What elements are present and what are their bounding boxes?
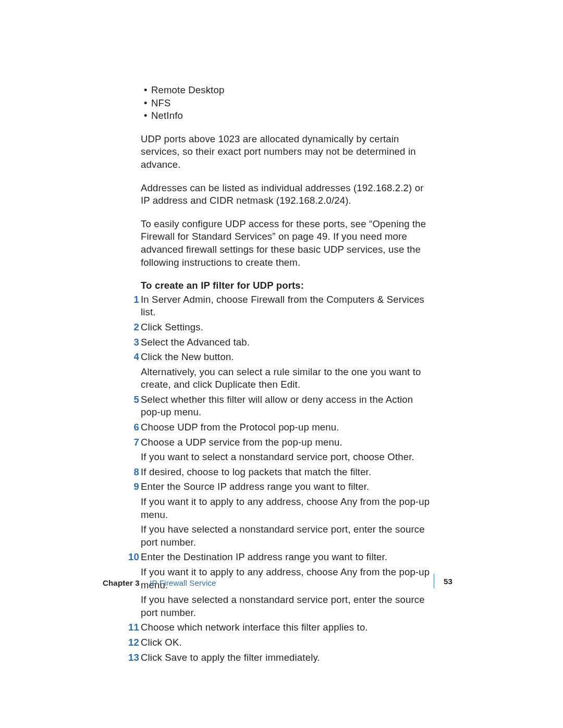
list-item: •Remote Desktop bbox=[141, 84, 434, 97]
step-text: Click OK. bbox=[141, 636, 434, 649]
step-text: Click Save to apply the filter immediate… bbox=[141, 651, 434, 664]
step-item: 12 Click OK. bbox=[141, 636, 434, 649]
step-text: Choose which network interface this filt… bbox=[141, 621, 434, 634]
page-footer: Chapter 3 IP Firewall Service 53 bbox=[103, 576, 563, 592]
step-subtext: If you have selected a nonstandard servi… bbox=[141, 594, 434, 619]
step-item: 13 Click Save to apply the filter immedi… bbox=[141, 651, 434, 664]
list-item: •NFS bbox=[141, 97, 434, 110]
body-paragraph: UDP ports above 1023 are allocated dynam… bbox=[141, 133, 434, 171]
bullet-icon: • bbox=[144, 97, 148, 110]
step-item: 5 Select whether this filter will allow … bbox=[141, 393, 434, 419]
step-text: Choose UDP from the Protocol pop-up menu… bbox=[141, 421, 434, 434]
step-text: Select whether this filter will allow or… bbox=[141, 393, 434, 419]
step-number: 13 bbox=[125, 651, 139, 664]
list-item-text: Remote Desktop bbox=[151, 84, 224, 95]
step-number: 6 bbox=[130, 421, 139, 434]
step-item: 7 Choose a UDP service from the pop-up m… bbox=[141, 436, 434, 464]
step-item: 6 Choose UDP from the Protocol pop-up me… bbox=[141, 421, 434, 434]
step-number: 8 bbox=[130, 466, 139, 479]
step-text: If desired, choose to log packets that m… bbox=[141, 466, 434, 479]
list-item: •NetInfo bbox=[141, 109, 434, 122]
step-text: Click Settings. bbox=[141, 321, 434, 334]
bullet-icon: • bbox=[144, 84, 148, 97]
step-item: 3 Select the Advanced tab. bbox=[141, 336, 434, 349]
step-subtext: If you want to select a nonstandard serv… bbox=[141, 451, 434, 464]
step-item: 2 Click Settings. bbox=[141, 321, 434, 334]
intro-bullet-list: •Remote Desktop •NFS •NetInfo bbox=[141, 84, 434, 122]
step-text: Select the Advanced tab. bbox=[141, 336, 434, 349]
step-number: 11 bbox=[125, 621, 139, 634]
body-paragraph: Addresses can be listed as individual ad… bbox=[141, 182, 434, 207]
step-number: 2 bbox=[130, 321, 139, 334]
chapter-title: IP Firewall Service bbox=[150, 578, 216, 587]
step-text: Enter the Source IP address range you wa… bbox=[141, 480, 434, 493]
step-number: 3 bbox=[130, 336, 139, 349]
step-text: Click the New button. bbox=[141, 351, 434, 364]
procedure-heading: To create an IP filter for UDP ports: bbox=[141, 279, 434, 292]
list-item-text: NFS bbox=[151, 97, 171, 108]
step-number: 12 bbox=[125, 636, 139, 649]
page-number: 53 bbox=[444, 576, 452, 587]
step-item: 1 In Server Admin, choose Firewall from … bbox=[141, 293, 434, 319]
procedure-steps: 1 In Server Admin, choose Firewall from … bbox=[141, 293, 434, 664]
step-text: In Server Admin, choose Firewall from th… bbox=[141, 293, 434, 319]
step-number: 4 bbox=[130, 351, 139, 364]
step-number: 5 bbox=[130, 393, 139, 406]
list-item-text: NetInfo bbox=[151, 110, 183, 121]
footer-separator bbox=[434, 574, 434, 588]
step-number: 7 bbox=[130, 436, 139, 449]
chapter-label: Chapter 3 bbox=[103, 578, 140, 587]
step-item: 4 Click the New button. Alternatively, y… bbox=[141, 351, 434, 391]
bullet-icon: • bbox=[144, 109, 148, 122]
step-number: 1 bbox=[130, 293, 139, 306]
step-subtext: If you have selected a nonstandard servi… bbox=[141, 523, 434, 549]
step-number: 10 bbox=[125, 551, 139, 564]
page: •Remote Desktop •NFS •NetInfo UDP ports … bbox=[0, 0, 563, 728]
step-item: 9 Enter the Source IP address range you … bbox=[141, 480, 434, 549]
step-subtext: If you want it to apply to any address, … bbox=[141, 496, 434, 521]
step-subtext: Alternatively, you can select a rule sim… bbox=[141, 366, 434, 391]
step-item: 8 If desired, choose to log packets that… bbox=[141, 466, 434, 479]
step-item: 11 Choose which network interface this f… bbox=[141, 621, 434, 634]
body-paragraph: To easily configure UDP access for these… bbox=[141, 218, 434, 269]
step-number: 9 bbox=[130, 480, 139, 493]
step-text: Choose a UDP service from the pop-up men… bbox=[141, 436, 434, 449]
step-text: Enter the Destination IP address range y… bbox=[141, 551, 434, 564]
